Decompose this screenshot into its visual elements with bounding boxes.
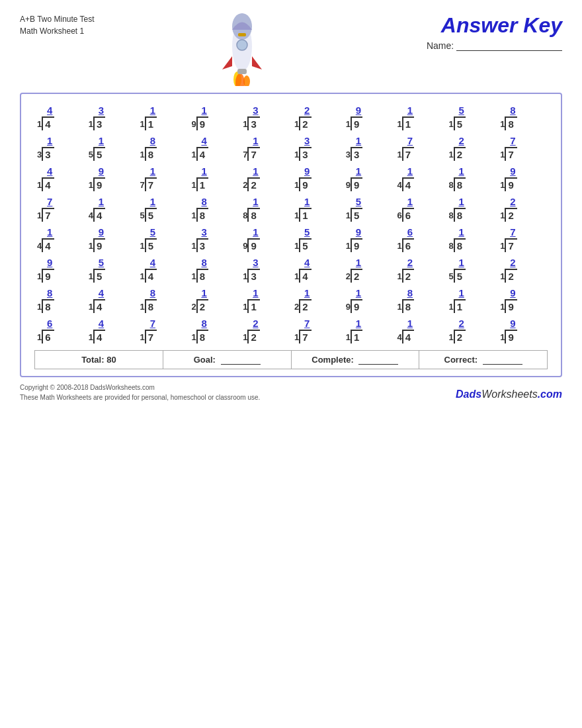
problem-63: 2 1 2 <box>188 287 239 314</box>
page: A+B Two Minute Test Math Worksheet 1 <box>0 0 582 728</box>
problems-grid: 1 4 4 1 3 3 1 1 1 9 1 9 <box>34 104 548 345</box>
problem-62: 1 8 8 <box>138 287 188 314</box>
problem-51: 1 5 5 <box>86 256 136 284</box>
total-cell: Total: 80 <box>35 351 163 369</box>
copyright-line2: These Math Worksheets are provided for p… <box>20 392 260 402</box>
problem-67: 1 8 8 <box>395 287 445 314</box>
problem-27: 4 1 4 <box>395 165 445 193</box>
svg-rect-7 <box>237 69 247 74</box>
problem-36: 1 5 5 <box>343 195 394 223</box>
copyright-line1: Copyright © 2008-2018 DadsWorksheets.com <box>20 383 260 392</box>
problem-55: 1 4 4 <box>292 256 342 284</box>
problem-50: 1 9 9 <box>34 256 85 284</box>
goal-cell: Goal: <box>163 351 292 369</box>
problem-35: 1 1 1 <box>292 195 342 223</box>
problem-61: 1 4 4 <box>86 287 136 314</box>
footer-row: Total: 80 Goal: Complete: Correct: <box>34 350 548 369</box>
correct-cell: Correct: <box>419 351 547 369</box>
problem-24: 2 1 2 <box>240 165 290 193</box>
problem-12: 1 8 8 <box>138 134 188 162</box>
header-right: Answer Key Name: <box>390 13 562 51</box>
problem-43: 1 3 3 <box>188 226 239 253</box>
problem-44: 9 1 9 <box>240 226 290 253</box>
header-left: A+B Two Minute Test Math Worksheet 1 <box>20 13 95 37</box>
complete-cell: Complete: <box>292 351 420 369</box>
copyright: Copyright © 2008-2018 DadsWorksheets.com… <box>20 383 562 402</box>
problem-1: 1 3 3 <box>86 104 136 132</box>
problem-10: 3 1 3 <box>34 134 85 162</box>
problem-26: 9 1 9 <box>343 165 394 193</box>
problem-53: 1 8 8 <box>188 256 239 284</box>
problem-78: 1 2 2 <box>446 317 496 345</box>
problem-23: 1 1 1 <box>188 165 239 193</box>
problem-18: 1 2 2 <box>446 134 496 162</box>
problem-73: 1 8 8 <box>188 317 239 345</box>
name-underline <box>456 50 562 51</box>
problem-21: 1 9 9 <box>86 165 136 193</box>
problem-33: 1 8 8 <box>188 195 239 223</box>
copyright-logo: DadsWorksheets.com <box>456 387 562 402</box>
problem-20: 1 4 4 <box>34 165 85 193</box>
correct-blank <box>483 364 522 365</box>
problem-32: 5 1 5 <box>138 195 188 223</box>
problem-66: 9 1 9 <box>343 287 394 314</box>
problem-64: 1 1 1 <box>240 287 290 314</box>
problem-45: 1 5 5 <box>292 226 342 253</box>
problem-79: 1 9 9 <box>497 317 548 345</box>
problem-19: 1 7 7 <box>497 134 548 162</box>
problem-29: 1 9 9 <box>497 165 548 193</box>
problem-74: 1 2 2 <box>240 317 290 345</box>
problem-77: 4 1 4 <box>395 317 445 345</box>
problem-17: 1 7 7 <box>395 134 445 162</box>
title-line1: A+B Two Minute Test <box>20 13 95 25</box>
problem-40: 4 1 4 <box>34 226 85 253</box>
problem-70: 1 6 6 <box>34 317 85 345</box>
problem-71: 1 4 4 <box>86 317 136 345</box>
title-line2: Math Worksheet 1 <box>20 25 95 37</box>
header: A+B Two Minute Test Math Worksheet 1 <box>20 13 562 86</box>
problem-68: 1 1 1 <box>446 287 496 314</box>
problem-59: 1 2 2 <box>497 256 548 284</box>
problem-16: 3 1 3 <box>343 134 394 162</box>
problem-8: 1 5 5 <box>446 104 496 132</box>
svg-point-5 <box>237 40 247 50</box>
rocket-icon <box>212 13 272 86</box>
problem-57: 1 2 2 <box>395 256 445 284</box>
problem-42: 1 5 5 <box>138 226 188 253</box>
problem-39: 1 2 2 <box>497 195 548 223</box>
problem-4: 1 3 3 <box>240 104 290 132</box>
problem-34: 8 1 8 <box>240 195 290 223</box>
problem-49: 1 7 7 <box>497 226 548 253</box>
problem-54: 1 3 3 <box>240 256 290 284</box>
problem-52: 1 4 4 <box>138 256 188 284</box>
problem-47: 1 6 6 <box>395 226 445 253</box>
header-center <box>95 13 390 86</box>
svg-rect-6 <box>238 33 246 36</box>
problem-0: 1 4 4 <box>34 104 85 132</box>
problem-9: 1 8 8 <box>497 104 548 132</box>
name-line: Name: <box>390 40 562 51</box>
problem-65: 2 1 2 <box>292 287 342 314</box>
problem-14: 7 1 7 <box>240 134 290 162</box>
problem-58: 5 1 5 <box>446 256 496 284</box>
problem-3: 9 1 9 <box>188 104 239 132</box>
problem-11: 5 1 5 <box>86 134 136 162</box>
problem-69: 1 9 9 <box>497 287 548 314</box>
problem-37: 6 1 6 <box>395 195 445 223</box>
problem-15: 1 3 3 <box>292 134 342 162</box>
problem-75: 1 7 7 <box>292 317 342 345</box>
goal-blank <box>221 364 261 365</box>
complete-blank <box>358 364 398 365</box>
problem-5: 1 2 2 <box>292 104 342 132</box>
problem-56: 2 1 2 <box>343 256 394 284</box>
problem-28: 8 1 8 <box>446 165 496 193</box>
problem-60: 1 8 8 <box>34 287 85 314</box>
problem-38: 8 1 8 <box>446 195 496 223</box>
problem-7: 1 1 1 <box>395 104 445 132</box>
problem-48: 8 1 8 <box>446 226 496 253</box>
problem-31: 4 1 4 <box>86 195 136 223</box>
problem-25: 1 9 9 <box>292 165 342 193</box>
problem-46: 1 9 9 <box>343 226 394 253</box>
answer-key-label: Answer Key <box>390 13 562 38</box>
problem-72: 1 7 7 <box>138 317 188 345</box>
